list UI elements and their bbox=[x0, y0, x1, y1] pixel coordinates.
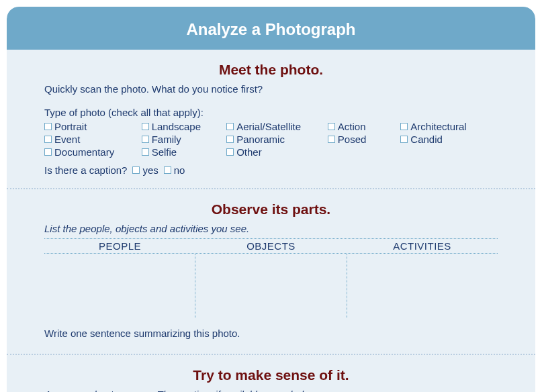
section-observe-heading: Observe its parts. bbox=[44, 201, 498, 217]
col-body-people[interactable] bbox=[44, 254, 195, 318]
checkbox-icon bbox=[142, 136, 149, 143]
checkbox-icon bbox=[226, 136, 234, 143]
checkbox-icon bbox=[400, 136, 408, 143]
checkbox-posed[interactable]: Posed bbox=[328, 134, 396, 145]
caption-question-label: Is there a caption? bbox=[44, 164, 127, 176]
col-head-people: PEOPLE bbox=[44, 239, 195, 253]
checkbox-label: Event bbox=[54, 134, 80, 145]
checkbox-family[interactable]: Family bbox=[142, 134, 223, 145]
observe-prompt-list: List the people, objects and activities … bbox=[44, 223, 498, 234]
section-observe: Observe its parts. List the people, obje… bbox=[7, 189, 535, 354]
grid-spacer bbox=[400, 146, 498, 158]
checkbox-selfie[interactable]: Selfie bbox=[142, 146, 223, 158]
checkbox-label: Family bbox=[152, 134, 181, 145]
type-of-photo-label: Type of photo (check all that apply): bbox=[44, 107, 498, 118]
checkbox-label: Documentary bbox=[54, 146, 114, 158]
checkbox-icon bbox=[132, 166, 140, 174]
checkbox-icon bbox=[44, 136, 52, 143]
checkbox-label: Architectural bbox=[410, 121, 466, 132]
observe-columns-body bbox=[44, 254, 498, 318]
checkbox-architectural[interactable]: Architectural bbox=[400, 121, 498, 132]
checkbox-label: Posed bbox=[338, 134, 367, 145]
checkbox-icon bbox=[226, 123, 234, 130]
checkbox-aerial[interactable]: Aerial/Satellite bbox=[226, 121, 324, 132]
observe-columns-header: PEOPLE OBJECTS ACTIVITIES bbox=[44, 238, 498, 254]
checkbox-other[interactable]: Other bbox=[226, 146, 324, 158]
section-meet-heading: Meet the photo. bbox=[44, 62, 498, 78]
worksheet-container: Analyze a Photograph Meet the photo. Qui… bbox=[7, 7, 535, 392]
checkbox-label: Other bbox=[236, 146, 262, 158]
checkbox-icon bbox=[328, 123, 335, 130]
checkbox-label: Portrait bbox=[54, 121, 87, 132]
checkbox-panoramic[interactable]: Panoramic bbox=[226, 134, 324, 145]
checkbox-label: Selfie bbox=[152, 146, 177, 158]
col-head-activities: ACTIVITIES bbox=[347, 239, 498, 253]
checkbox-label: Action bbox=[338, 121, 366, 132]
checkbox-icon bbox=[328, 136, 335, 143]
sense-prompt-answer: Answer as best you can. The caption, if … bbox=[44, 389, 498, 392]
checkbox-action[interactable]: Action bbox=[328, 121, 396, 132]
checkbox-label: Aerial/Satellite bbox=[236, 121, 301, 132]
grid-spacer bbox=[328, 146, 396, 158]
checkbox-icon bbox=[400, 123, 408, 130]
photo-type-grid: Portrait Landscape Aerial/Satellite Acti… bbox=[44, 121, 498, 158]
col-body-objects[interactable] bbox=[195, 254, 347, 318]
meet-prompt-notice: Quickly scan the photo. What do you noti… bbox=[44, 83, 498, 95]
checkbox-icon bbox=[142, 148, 149, 156]
checkbox-candid[interactable]: Candid bbox=[400, 134, 498, 145]
checkbox-icon bbox=[226, 148, 234, 156]
col-body-activities[interactable] bbox=[347, 254, 498, 318]
observe-prompt-summary: Write one sentence summarizing this phot… bbox=[44, 328, 498, 339]
checkbox-landscape[interactable]: Landscape bbox=[142, 121, 223, 132]
checkbox-label: no bbox=[174, 164, 185, 176]
checkbox-caption-yes[interactable]: yes bbox=[132, 164, 158, 176]
checkbox-icon bbox=[44, 148, 52, 156]
section-sense-heading: Try to make sense of it. bbox=[44, 367, 498, 383]
checkbox-label: Candid bbox=[410, 134, 443, 145]
checkbox-icon bbox=[44, 123, 52, 130]
checkbox-label: yes bbox=[142, 164, 158, 176]
col-head-objects: OBJECTS bbox=[195, 239, 347, 253]
section-meet: Meet the photo. Quickly scan the photo. … bbox=[7, 50, 535, 188]
section-sense: Try to make sense of it. Answer as best … bbox=[7, 355, 535, 392]
checkbox-portrait[interactable]: Portrait bbox=[44, 121, 138, 132]
checkbox-caption-no[interactable]: no bbox=[164, 164, 185, 176]
checkbox-label: Landscape bbox=[152, 121, 201, 132]
checkbox-icon bbox=[164, 166, 171, 174]
checkbox-icon bbox=[142, 123, 149, 130]
checkbox-event[interactable]: Event bbox=[44, 134, 138, 145]
caption-question-row: Is there a caption? yes no bbox=[44, 164, 498, 176]
page-title-banner: Analyze a Photograph bbox=[7, 7, 535, 50]
checkbox-label: Panoramic bbox=[236, 134, 285, 145]
page-title: Analyze a Photograph bbox=[186, 20, 355, 38]
checkbox-documentary[interactable]: Documentary bbox=[44, 146, 138, 158]
